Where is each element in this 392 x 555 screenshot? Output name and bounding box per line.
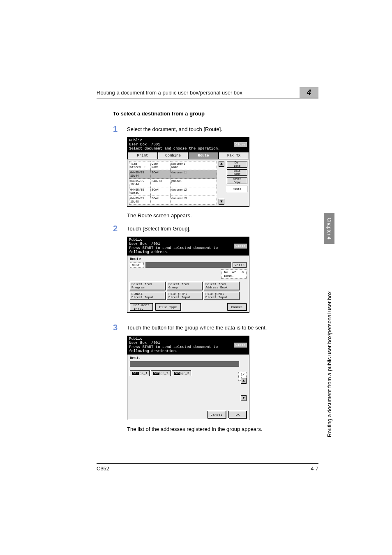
step-2: 2 Touch [Select from Group]. xyxy=(113,224,318,233)
step-1: 1 Select the document, and touch [Route]… xyxy=(113,125,318,133)
scroll-up-icon[interactable]: ▲ xyxy=(241,378,247,384)
col-time-stored[interactable]: Time Stored ↕ xyxy=(129,161,151,170)
group-label: gr_1 xyxy=(140,371,148,375)
document-info-button[interactable]: Document Info. xyxy=(130,303,153,311)
tab-route[interactable]: Route xyxy=(188,152,219,159)
cell-doc: document3 xyxy=(171,196,217,204)
dest-label: Dest. xyxy=(130,263,144,268)
col-doc-name: Document Name xyxy=(171,161,217,170)
ftp-direct-input-button[interactable]: File (FTP) Direct Input xyxy=(167,292,202,300)
num-dest-label: No. of Dest. xyxy=(224,270,236,278)
cell-user: SCAN xyxy=(151,196,171,204)
dest-label: Dest. xyxy=(130,356,247,360)
chapter-number-badge: 4 xyxy=(300,87,318,98)
email-direct-input-button[interactable]: E-Mail Direct Input xyxy=(130,292,165,300)
chapter-tab: Chapter 4 xyxy=(324,213,334,244)
footer-model: C352 xyxy=(97,465,109,472)
table-row[interactable]: 04/05/05 10:45 SCAN document2 xyxy=(129,187,217,196)
group-label: gr_2 xyxy=(160,371,168,375)
delete-button[interactable]: De- lete xyxy=(227,161,247,168)
group-num: 003 xyxy=(174,372,181,375)
step-number: 3 xyxy=(113,323,127,332)
table-row[interactable]: 04/05/05 10:44 SCAN document1 xyxy=(129,170,217,179)
step-number: 2 xyxy=(113,224,127,233)
cell-doc: document2 xyxy=(171,187,217,196)
page-footer: C352 4-7 xyxy=(97,463,318,472)
step-text: Touch [Select from Group]. xyxy=(127,224,191,233)
group-num: 002 xyxy=(153,372,160,375)
edit-name-button[interactable]: Edit Name xyxy=(227,169,247,176)
close-button[interactable]: Close xyxy=(233,243,247,249)
close-button[interactable]: Close xyxy=(233,142,247,147)
scrollbar[interactable]: ▲ ▼ xyxy=(219,161,225,205)
step1-result: The Route screen appears. xyxy=(127,212,318,219)
dest-field xyxy=(130,361,239,367)
cell-user: SCAN xyxy=(151,187,171,196)
scroll-up-icon[interactable]: ▲ xyxy=(219,161,224,167)
route-label: Route xyxy=(130,257,247,261)
step-text: Select the document, and touch [Route]. xyxy=(127,125,222,133)
page-header: Routing a document from a public user bo… xyxy=(97,87,318,99)
smb-direct-input-button[interactable]: File (SMB) Direct Input xyxy=(204,292,239,300)
group-chip[interactable]: 002 gr_2 xyxy=(151,370,171,376)
check-button[interactable]: Check xyxy=(233,262,247,268)
cell-doc: document1 xyxy=(171,170,217,178)
screen1-subtitle: Select document and choose the operation… xyxy=(129,147,220,151)
screenshot-3: Public User Box /001 Press START to send… xyxy=(127,336,249,420)
group-chip[interactable]: 003 gr_3 xyxy=(172,370,191,376)
file-type-button[interactable]: File Type xyxy=(155,303,180,311)
cell-time: 04/05/05 10:45 xyxy=(129,187,151,196)
num-dest-value: 0 xyxy=(242,270,244,278)
group-label: gr_3 xyxy=(181,371,189,375)
cell-time: 04/05/05 10:44 xyxy=(129,170,151,178)
col-user-name: User Name xyxy=(151,161,171,170)
cell-user: FAX-TX xyxy=(151,179,171,187)
cell-doc: photo1 xyxy=(171,179,217,187)
num-dest-box: No. of Dest. 0 xyxy=(221,269,247,279)
screenshot-2: Public User Box /001 Press START to send… xyxy=(127,237,249,313)
select-from-address-book-button[interactable]: Select from Address Book xyxy=(204,282,239,290)
screen2-body: Route Dest. Check No. of Dest. 0 Select … xyxy=(127,256,249,312)
screen1-title: Public User Box /001 xyxy=(129,138,220,147)
screen1-body: Time Stored ↕ User Name Document Name 04… xyxy=(127,159,249,206)
tab-print[interactable]: Print xyxy=(127,152,158,159)
scroll-down-icon[interactable]: ▼ xyxy=(219,199,224,205)
select-from-group-button[interactable]: Select from Group xyxy=(167,282,202,290)
side-section-label: Routing a document from a public user bo… xyxy=(324,246,334,440)
step-number: 1 xyxy=(113,125,127,133)
screen3-subtitle: Press START to send selected document to… xyxy=(129,345,218,353)
step3-result: The list of the addresses registered in … xyxy=(127,426,318,432)
route-button[interactable]: Route xyxy=(227,186,247,192)
screen3-title: Public User Box /001 xyxy=(129,337,218,345)
screenshot-1: Public User Box /001 Select document and… xyxy=(127,137,249,207)
screen1-titlebar: Public User Box /001 Select document and… xyxy=(127,138,249,152)
close-button[interactable]: Close xyxy=(233,342,247,348)
cancel-button[interactable]: Cancel xyxy=(227,303,247,311)
step-text: Touch the button for the group where the… xyxy=(127,323,267,332)
screen2-titlebar: Public User Box /001 Press START to send… xyxy=(127,237,249,256)
screen2-subtitle: Press START to send selected document to… xyxy=(129,246,218,254)
screen2-title: Public User Box /001 xyxy=(129,238,218,246)
step-3: 3 Touch the button for the group where t… xyxy=(113,323,318,332)
tab-combine[interactable]: Combine xyxy=(158,152,188,159)
cell-time: 04/05/05 10:44 xyxy=(129,179,151,187)
cell-user: SCAN xyxy=(151,170,171,178)
select-from-program-button[interactable]: Select from Program xyxy=(130,282,165,290)
section-title: To select a destination from a group xyxy=(113,111,318,117)
cancel-button[interactable]: Cancel xyxy=(207,411,226,418)
ok-button[interactable]: OK xyxy=(228,411,247,418)
header-title: Routing a document from a public user bo… xyxy=(97,90,242,96)
scroll-down-icon[interactable]: ▼ xyxy=(241,395,247,401)
cell-time: 04/05/05 10:48 xyxy=(129,196,151,204)
table-row[interactable]: 04/05/05 10:44 FAX-TX photo1 xyxy=(129,179,217,187)
table-row[interactable]: 04/05/05 10:48 SCAN document3 xyxy=(129,196,217,205)
dest-field xyxy=(145,262,231,268)
group-num: 001 xyxy=(132,372,139,375)
footer-page-number: 4-7 xyxy=(311,465,318,472)
screen3-body: Dest. 1/ 1 001 gr_1 002 gr_2 003 gr_3 xyxy=(127,355,249,420)
table-header: Time Stored ↕ User Name Document Name xyxy=(129,161,217,170)
screen3-titlebar: Public User Box /001 Press START to send… xyxy=(127,336,249,355)
tab-faxtx[interactable]: Fax TX xyxy=(219,152,249,159)
move-copy-button[interactable]: Move/ Copy xyxy=(227,177,247,184)
group-chip[interactable]: 001 gr_1 xyxy=(130,370,150,376)
